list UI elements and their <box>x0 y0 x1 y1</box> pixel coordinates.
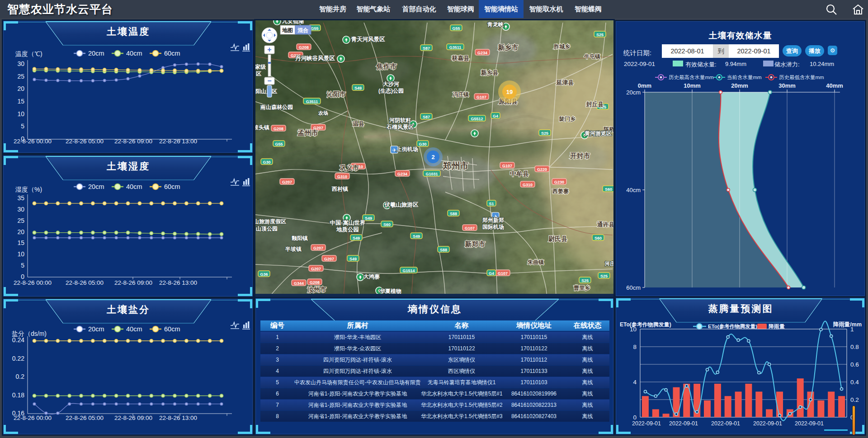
svg-text:10: 10 <box>17 110 24 118</box>
svg-text:40cm: 40cm <box>126 50 142 57</box>
svg-text:G230: G230 <box>554 180 564 184</box>
svg-text:尉氏县: 尉氏县 <box>548 235 567 242</box>
svg-text:40cm: 40cm <box>126 183 142 190</box>
svg-text:30: 30 <box>17 60 24 67</box>
svg-text:30mm: 30mm <box>778 82 796 89</box>
svg-text:G55: G55 <box>311 26 318 31</box>
svg-text:G234: G234 <box>397 172 407 176</box>
svg-text:20cm: 20cm <box>88 50 104 57</box>
svg-text:✈: ✈ <box>392 147 396 153</box>
svg-text:西村镇: 西村镇 <box>331 186 348 192</box>
svg-text:G310: G310 <box>523 183 533 187</box>
svg-text:阳山风区: 阳山风区 <box>255 88 277 94</box>
svg-text:新乡市: 新乡市 <box>498 43 519 51</box>
svg-text:区: 区 <box>256 71 261 77</box>
svg-text:20mm: 20mm <box>731 82 748 89</box>
svg-text:0.2: 0.2 <box>16 373 25 380</box>
svg-text:25: 25 <box>17 73 24 80</box>
svg-text:0.18: 0.18 <box>12 391 24 399</box>
svg-text:22-8-26 00:00: 22-8-26 00:00 <box>14 279 52 286</box>
svg-text:国际机场: 国际机场 <box>482 224 504 230</box>
svg-text:坡头镇: 坡头镇 <box>255 124 269 131</box>
svg-text:朱曲镇: 朱曲镇 <box>527 259 544 265</box>
svg-text:0.24: 0.24 <box>12 336 24 344</box>
svg-text:20: 20 <box>17 85 24 92</box>
svg-text:地质公园: 地质公园 <box>336 226 359 233</box>
svg-text:黄河游览区: 黄河游览区 <box>585 130 612 137</box>
svg-text:郑州新郑: 郑州新郑 <box>482 217 504 223</box>
svg-text:S1: S1 <box>489 202 494 206</box>
svg-text:山顶公园: 山顶公园 <box>256 226 278 232</box>
svg-text:S49: S49 <box>353 236 360 240</box>
svg-text:0.22: 0.22 <box>12 355 24 362</box>
svg-text:G3511: G3511 <box>306 99 318 104</box>
svg-text:22-8-26 05:00: 22-8-26 05:00 <box>66 414 104 421</box>
svg-text:开封市: 开封市 <box>570 152 590 160</box>
svg-text:南山森林公园: 南山森林公园 <box>260 104 293 110</box>
svg-text:S60: S60 <box>383 222 391 227</box>
svg-text:半坡镇: 半坡镇 <box>285 246 302 252</box>
svg-text:0mm: 0mm <box>638 82 651 89</box>
svg-text:上街机场: 上街机场 <box>396 146 418 152</box>
svg-text:中国·嵩山世界: 中国·嵩山世界 <box>330 220 366 226</box>
svg-text:冯庄镇: 冯庄镇 <box>453 91 469 98</box>
svg-text:G30: G30 <box>263 160 270 165</box>
svg-text:S25: S25 <box>596 33 604 37</box>
svg-text:G234: G234 <box>477 51 487 55</box>
svg-text:5: 5 <box>21 262 24 269</box>
svg-text:G55: G55 <box>275 142 283 146</box>
svg-text:郑州市: 郑州市 <box>443 161 469 170</box>
svg-text:通许县: 通许县 <box>597 221 614 228</box>
svg-text:2022-09-01: 2022-09-01 <box>669 420 698 427</box>
svg-text:G107: G107 <box>502 164 512 168</box>
svg-text:胙城乡: 胙城乡 <box>553 43 570 50</box>
svg-text:G207: G207 <box>311 267 321 271</box>
svg-text:40cm: 40cm <box>126 325 142 333</box>
svg-text:大鸿寨: 大鸿寨 <box>363 273 380 280</box>
svg-text:20cm: 20cm <box>88 325 104 333</box>
svg-text:石榴风景区: 石榴风景区 <box>386 124 414 130</box>
svg-text:0.6: 0.6 <box>850 361 859 368</box>
svg-text:S49: S49 <box>365 216 372 221</box>
svg-text:G55: G55 <box>452 26 460 31</box>
svg-text:孟州市: 孟州市 <box>297 129 318 137</box>
svg-text:山旅游度假区: 山旅游度假区 <box>255 218 286 225</box>
svg-text:华夏植物: 华夏植物 <box>379 288 401 294</box>
svg-text:九女仙湖: 九女仙湖 <box>282 20 304 24</box>
svg-text:丹河峡谷风景区: 丹河峡谷风景区 <box>295 55 335 61</box>
svg-text:40cm: 40cm <box>626 187 641 193</box>
svg-text:2022-09-01: 2022-09-01 <box>795 420 824 427</box>
svg-text:巩义市: 巩义市 <box>340 164 359 171</box>
svg-text:8: 8 <box>633 344 637 350</box>
svg-text:0.2: 0.2 <box>850 396 859 403</box>
svg-text:G36: G36 <box>260 272 268 277</box>
svg-text:2: 2 <box>431 154 434 160</box>
svg-text:0.8: 0.8 <box>850 344 859 350</box>
svg-text:G5512: G5512 <box>471 117 483 121</box>
svg-text:1: 1 <box>850 326 854 333</box>
svg-text:22-8-26 13:00: 22-8-26 13:00 <box>159 138 197 145</box>
svg-text:60cm: 60cm <box>164 183 180 190</box>
svg-text:2022-09-01: 2022-09-01 <box>632 420 661 427</box>
svg-text:22-8-26 00:00: 22-8-26 00:00 <box>14 414 52 421</box>
svg-text:G107: G107 <box>476 95 486 99</box>
svg-text:温度（℃): 温度（℃) <box>15 50 42 57</box>
svg-text:40mm: 40mm <box>826 82 843 89</box>
svg-text:G207: G207 <box>282 180 292 184</box>
svg-text:G344: G344 <box>294 281 304 286</box>
svg-text:S87: S87 <box>423 46 430 51</box>
svg-text:G220: G220 <box>537 167 547 172</box>
svg-text:+: + <box>267 46 271 53</box>
svg-text:混合: 混合 <box>297 27 309 33</box>
svg-text:35: 35 <box>17 194 24 202</box>
svg-text:地图: 地图 <box>282 27 293 33</box>
svg-text:(生态)公园: (生态)公园 <box>378 88 404 94</box>
svg-text:湿度（%): 湿度（%) <box>15 186 42 193</box>
svg-text:农场: 农场 <box>318 110 328 116</box>
svg-text:曹里乡: 曹里乡 <box>573 285 590 291</box>
svg-text:大沙河: 大沙河 <box>383 81 399 87</box>
svg-text:S25: S25 <box>541 131 548 136</box>
svg-text:22-8-26 13:00: 22-8-26 13:00 <box>159 279 197 286</box>
svg-text:G4: G4 <box>489 271 494 276</box>
svg-text:封丘县: 封丘县 <box>586 101 604 108</box>
